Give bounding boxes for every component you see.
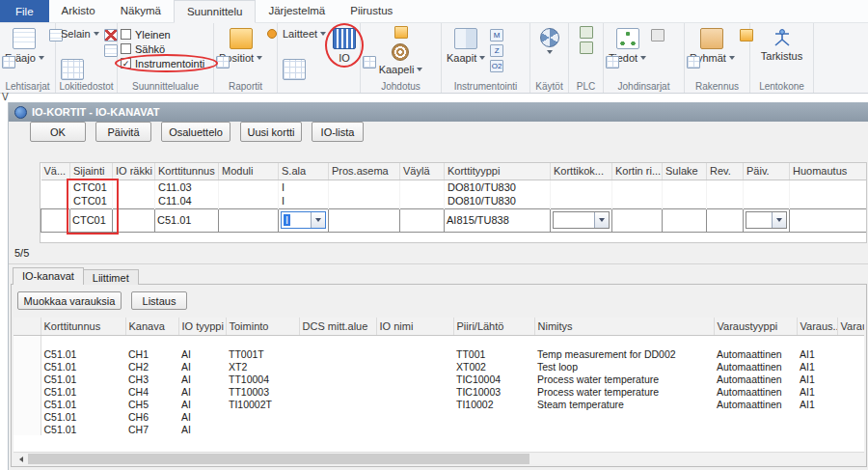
io-lista-button[interactable]: IO-lista [312,122,364,142]
scroll-left-button[interactable] [14,454,27,464]
wiring-edit-icon[interactable] [394,26,408,39]
channel-row[interactable]: C51.01CH5 AITI10002T TI10002Steam temper… [14,398,864,410]
channel-row[interactable]: C51.01CH6 AI [14,410,864,423]
ribbon: File Arkisto Näkymä Suunnittelu Järjeste… [0,0,868,94]
col-io-tyyppi[interactable]: IO tyyppi [178,318,226,335]
col-huomautus[interactable]: Huomautus [790,163,868,180]
col-piiri-lahto[interactable]: Piiri/Lähtö [453,318,534,335]
checkbox-yleinen[interactable]: Yleinen [121,28,210,41]
row-selector[interactable] [14,347,41,360]
col-korttityyppi[interactable]: Korttityyppi [445,163,551,180]
selain-button[interactable]: Selain [59,26,101,41]
log-file-icon[interactable] [104,44,118,57]
col-korttitunnus[interactable]: Korttitunnus [41,318,125,335]
motor-icon[interactable]: M [490,29,503,41]
col-toiminto[interactable]: Toiminto [226,318,299,335]
orange-dot-icon[interactable] [267,29,277,39]
col-s-ala[interactable]: S.ala [279,163,329,180]
col-sulake[interactable]: Sulake [663,163,707,180]
col-va[interactable]: Vä... [41,163,70,180]
col-dcs-mitt-alue[interactable]: DCS mitt.alue [299,318,376,335]
scrollbar-thumb[interactable] [28,454,529,464]
horizontal-scrollbar[interactable] [14,452,864,464]
channel-row[interactable]: C51.01CH7 AI [14,423,864,435]
tab-jarjestelma[interactable]: Järjestelmä [256,0,338,22]
listaus-button[interactable]: Listaus [131,291,187,310]
checkbox-sahko[interactable]: Sähkö [121,42,210,55]
row-selector[interactable] [14,423,41,435]
report-table-icon[interactable] [216,56,230,69]
z-icon[interactable]: Z [490,44,503,57]
col-korttitunnus[interactable]: Korttitunnus [155,163,219,180]
tab-piirustus[interactable]: Piirustus [338,0,405,22]
col-io-rakki[interactable]: IO räkki [113,163,155,180]
ok-button[interactable]: OK [30,122,86,142]
card-row[interactable]: CTC01 C11.03 I DO810/TU830 [41,180,868,194]
paiv-combobox[interactable] [746,211,787,229]
korttikoko-dropdown-button[interactable] [594,212,609,228]
col-varaustyyppi[interactable]: Varaustyyppi [714,318,797,335]
row-selector[interactable] [14,410,41,423]
wiring-grid-icon[interactable] [363,56,376,69]
channel-row[interactable]: C51.01CH2 AIXT2 XT002Test loop Automaatt… [14,360,864,373]
muokkaa-varauksia-button[interactable]: Muokkaa varauksia [17,291,122,310]
card-row[interactable]: CTC01 C11.04 I DO810/TU830 [41,194,868,208]
channel-row[interactable]: C51.01CH4 AITT10003 TIC10003Process wate… [14,385,864,398]
channel-row[interactable]: C51.01CH3 AITT10004 TIC10004Process wate… [14,373,864,385]
dialog-titlebar[interactable]: IO-KORTIT - IO-KANAVAT [9,102,868,122]
row-selector[interactable] [14,398,41,410]
chevron-down-icon [599,218,605,222]
plc-rack-icon[interactable] [580,41,593,54]
paiv-dropdown-button[interactable] [772,212,786,228]
checkbox-instrumentointi[interactable]: Instrumentointi [121,57,210,69]
sheet-grid-icon[interactable] [2,56,15,69]
tab-io-kanavat[interactable]: IO-kanavat [13,267,84,285]
tarkistus-button[interactable]: Tarkistus [759,26,804,64]
col-korttikoko[interactable]: Korttikok... [551,163,612,180]
korttikoko-combobox[interactable] [553,211,610,229]
col-kanava[interactable]: Kanava [125,318,178,335]
col-varaustyyli[interactable]: Varaustyyli [837,318,864,335]
row-selector[interactable] [14,360,41,373]
ribbon-group-suunnittelualue: Yleinen Sähkö Instrumentointi Suunnittel… [118,23,214,93]
kaapit-button[interactable]: Kaapit [445,26,487,66]
o2-icon[interactable]: O2 [490,60,503,72]
plc-chip-icon[interactable] [580,26,593,39]
laitteet-button[interactable]: Laitteet [281,26,328,41]
cell [376,373,453,385]
selected-card-row[interactable]: CTC01 C51.01 I [41,208,868,232]
io-card-icon [333,28,356,49]
channel-row[interactable]: C51.01CH1 AITT001T TT001Temp measurement… [14,347,864,360]
clear-log-icon[interactable] [104,29,118,41]
col-sijainti[interactable]: Sijainti [70,163,113,180]
tab-suunnittelu[interactable]: Suunnittelu [174,0,257,23]
row-selector[interactable] [14,385,41,398]
col-pros-asema[interactable]: Pros.asema [329,163,400,180]
col-kortin-ri[interactable]: Kortin ri... [612,163,663,180]
s-ala-combobox[interactable]: I [281,211,326,229]
col-rev[interactable]: Rev. [707,163,744,180]
harness-list-icon[interactable] [606,56,619,69]
paivita-button[interactable]: Päivitä [95,122,151,142]
tab-arkisto[interactable]: Arkisto [49,0,108,22]
col-moduli[interactable]: Moduli [219,163,279,180]
col-nimitys[interactable]: Nimitys [534,318,714,335]
col-paiv[interactable]: Päiv. [744,163,790,180]
tab-file[interactable]: File [0,0,49,22]
kaytot-button[interactable] [538,26,561,56]
osaluettelo-button[interactable]: Osaluettelo [161,122,231,142]
cell: Automaattinen [714,398,797,410]
tab-liittimet[interactable]: Liittimet [84,269,139,285]
col-io-nimi[interactable]: IO nimi [376,318,453,335]
col-varaus[interactable]: Varaus... [797,318,837,335]
io-button[interactable]: IO [331,26,358,66]
uusi-kortti-button[interactable]: Uusi kortti [240,122,302,142]
harness-settings-icon[interactable] [651,29,665,41]
s-ala-dropdown-button[interactable] [311,212,325,228]
kaapeli-button[interactable]: Kaapeli [377,41,425,77]
row-selector[interactable] [14,373,41,385]
tab-nakyma[interactable]: Näkymä [108,0,174,22]
building-grid-icon[interactable] [687,56,700,69]
devices-icon [283,59,306,80]
col-vayla[interactable]: Väylä [400,163,445,180]
